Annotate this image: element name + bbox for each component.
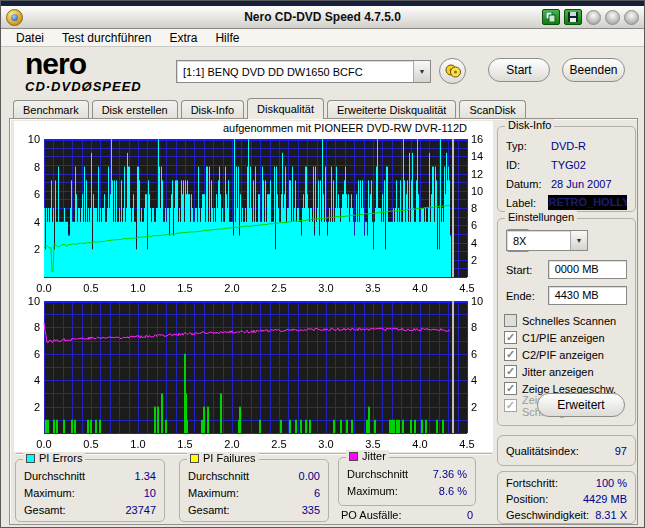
disk-type-label: Typ: bbox=[506, 140, 551, 152]
pi-errors-average: 1.34 bbox=[135, 470, 156, 482]
jitter-stats: Jitter Durchschnitt7.36 % Maximum:8.6 % bbox=[338, 457, 476, 506]
pi-failures-swatch bbox=[190, 454, 199, 463]
checkbox-schnelles-scannen[interactable]: Schnelles Scannen bbox=[498, 312, 635, 329]
position-label: Position: bbox=[506, 493, 548, 505]
progress-box: Fortschritt:100 % Position:4429 MB Gesch… bbox=[497, 471, 636, 524]
disk-info-group: Disk-Info Typ:DVD-R ID:TYG02 Datum:28 Ju… bbox=[497, 126, 636, 212]
speed-select[interactable]: 8X ▼ bbox=[506, 230, 588, 251]
start-button[interactable]: Start bbox=[488, 58, 550, 82]
pif-jitter-chart bbox=[14, 297, 493, 451]
jitter-maximum: 8.6 % bbox=[439, 485, 467, 497]
pi-errors-swatch bbox=[26, 454, 35, 463]
settings-title: Einstellungen bbox=[505, 211, 577, 223]
disk-info-title: Disk-Info bbox=[505, 119, 554, 131]
start-field[interactable]: 0000 MB bbox=[548, 260, 627, 279]
disk-date-label: Datum: bbox=[506, 178, 551, 190]
menu-extra[interactable]: Extra bbox=[160, 29, 206, 47]
menu-test-durchfuehren[interactable]: Test durchführen bbox=[53, 29, 160, 47]
minimize-button[interactable] bbox=[586, 10, 601, 25]
disk-date-value: 28 Jun 2007 bbox=[551, 178, 612, 190]
end-field[interactable]: 4430 MB bbox=[548, 286, 627, 305]
progress-label: Fortschritt: bbox=[506, 477, 558, 489]
jitter-average: 7.36 % bbox=[433, 468, 467, 480]
drive-select[interactable]: [1:1] BENQ DVD DD DW1650 BCFC ▼ bbox=[176, 60, 431, 83]
disk-label-value: RETRO_HOLLY\ bbox=[548, 195, 627, 210]
maximize-button[interactable] bbox=[605, 10, 620, 25]
close-button[interactable] bbox=[624, 10, 639, 25]
eject-disc-button[interactable] bbox=[439, 58, 466, 84]
discs-icon bbox=[445, 64, 461, 78]
disk-id-value: TYG02 bbox=[551, 159, 586, 171]
pi-errors-maximum: 10 bbox=[144, 487, 156, 499]
pi-failures-legend: PI Failures bbox=[187, 452, 259, 464]
menu-bar: Datei Test durchführen Extra Hilfe bbox=[1, 29, 644, 47]
checkbox-c2-pif[interactable]: ✓C2/PIF anzeigen bbox=[498, 346, 635, 363]
pi-failures-stats: PI Failures Durchschnitt0.00 Maximum:6 G… bbox=[179, 459, 329, 522]
pi-errors-total: 23747 bbox=[125, 504, 156, 516]
copy-to-clipboard-icon[interactable] bbox=[542, 9, 560, 25]
tab-benchmark[interactable]: Benchmark bbox=[13, 100, 89, 119]
chevron-down-icon[interactable]: ▼ bbox=[413, 61, 430, 82]
menu-hilfe[interactable]: Hilfe bbox=[206, 29, 248, 47]
save-icon[interactable] bbox=[564, 9, 582, 25]
po-failures-value: 0 bbox=[467, 509, 473, 521]
progress-value: 100 % bbox=[596, 477, 627, 489]
checkbox-c1-pie[interactable]: ✓C1/PIE anzeigen bbox=[498, 329, 635, 346]
jitter-swatch bbox=[349, 452, 358, 461]
position-value: 4429 MB bbox=[583, 493, 627, 505]
jitter-legend: Jitter bbox=[346, 450, 389, 462]
disc-glyph: Ø bbox=[82, 79, 93, 94]
speed-label: Geschwindigkeit: bbox=[506, 509, 589, 521]
tab-disk-info[interactable]: Disk-Info bbox=[181, 100, 244, 119]
quality-index-label: Qualitätsindex: bbox=[506, 445, 579, 457]
tab-strip: Benchmark Disk erstellen Disk-Info Diskq… bbox=[13, 98, 529, 119]
disk-type-value: DVD-R bbox=[551, 140, 586, 152]
end-field-label: Ende: bbox=[506, 290, 548, 302]
checkbox-jitter[interactable]: ✓Jitter anzeigen bbox=[498, 363, 635, 380]
pi-failures-total: 335 bbox=[302, 504, 320, 516]
settings-group: Einstellungen 8X ▼ ⟳ Start:0000 MB Ende:… bbox=[497, 218, 636, 426]
app-window: Nero CD-DVD Speed 4.7.5.0 Datei Test dur… bbox=[0, 0, 645, 528]
quit-button[interactable]: Beenden bbox=[562, 58, 625, 82]
po-failures-label: PO Ausfälle: bbox=[341, 509, 402, 521]
nero-logo: nero CD·DVDØSPEED bbox=[25, 49, 142, 93]
advanced-button[interactable]: Erweitert bbox=[537, 393, 625, 417]
tab-erweiterte-diskqualitaet[interactable]: Erweiterte Diskqualität bbox=[327, 100, 456, 119]
pi-failures-maximum: 6 bbox=[314, 487, 320, 499]
tab-disk-erstellen[interactable]: Disk erstellen bbox=[92, 100, 178, 119]
menu-datei[interactable]: Datei bbox=[7, 29, 53, 47]
toolbar: nero CD·DVDØSPEED [1:1] BENQ DVD DD DW16… bbox=[1, 47, 644, 97]
recorded-with-label: aufgenommen mit PIONEER DVD-RW DVR-112D bbox=[14, 122, 493, 134]
pi-failures-average: 0.00 bbox=[299, 470, 320, 482]
tab-scandisk[interactable]: ScanDisk bbox=[459, 100, 525, 119]
disk-label-label: Label: bbox=[506, 197, 548, 209]
speed-value: 8.31 X bbox=[595, 509, 627, 521]
tab-diskqualitaet[interactable]: Diskqualität bbox=[247, 98, 324, 119]
pi-errors-chart bbox=[14, 135, 493, 295]
quality-index-box: Qualitätsindex:97 bbox=[497, 435, 636, 466]
quality-index-value: 97 bbox=[615, 445, 627, 457]
disk-id-label: ID: bbox=[506, 159, 551, 171]
po-failures-row: PO Ausfälle: 0 bbox=[341, 509, 473, 521]
title-bar[interactable]: Nero CD-DVD Speed 4.7.5.0 bbox=[1, 6, 644, 29]
pi-errors-stats: PI Errors Durchschnitt1.34 Maximum:10 Ge… bbox=[15, 459, 165, 522]
chevron-down-icon[interactable]: ▼ bbox=[570, 231, 587, 250]
pi-errors-legend: PI Errors bbox=[23, 452, 85, 464]
start-field-label: Start: bbox=[506, 264, 548, 276]
